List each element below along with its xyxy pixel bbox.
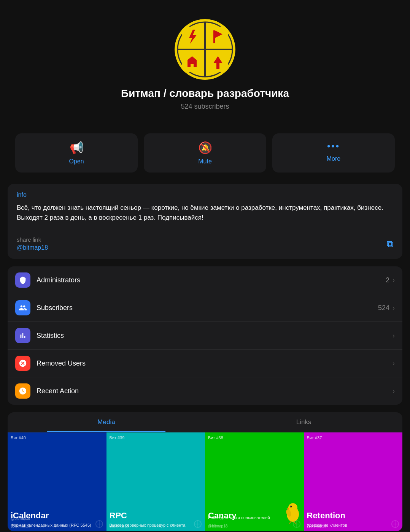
share-label: share link	[17, 236, 48, 243]
mute-button[interactable]: 🔕 Mute	[144, 133, 266, 173]
open-icon: 📢	[70, 141, 84, 154]
tile1-watermark	[95, 520, 103, 528]
more-button[interactable]: ••• More	[272, 133, 395, 173]
tile4-badge: Бит #37	[307, 435, 322, 440]
tile2-watermark	[194, 520, 202, 528]
list-card: Administrators 2 › Subscribers 524 › Sta…	[8, 266, 402, 405]
share-link[interactable]: @bitmap18	[17, 244, 48, 251]
share-info: share link @bitmap18	[17, 236, 48, 251]
tile3-badge: Бит #38	[208, 435, 223, 440]
recent-icon	[15, 383, 30, 399]
admin-icon	[15, 272, 30, 288]
media-grid: Бит #40 iCalendar Формат календарных дан…	[8, 432, 402, 531]
admin-count: 2	[386, 276, 389, 284]
subscribers-label: Subscribers	[37, 304, 378, 312]
media-section: Media Links Бит #40 iCalendar Формат кал…	[8, 412, 402, 531]
tab-links[interactable]: Links	[205, 412, 402, 432]
action-buttons: 📢 Open 🔕 Mute ••• More	[0, 133, 410, 173]
svg-rect-7	[213, 30, 215, 43]
list-item-removed-users[interactable]: Removed Users ›	[8, 350, 402, 377]
list-item-statistics[interactable]: Statistics ›	[8, 322, 402, 350]
list-item-subscribers[interactable]: Subscribers 524 ›	[8, 294, 402, 322]
open-label: Open	[69, 158, 84, 165]
media-tile-icalendar[interactable]: Бит #40 iCalendar Формат календарных дан…	[8, 432, 106, 531]
subscribers-count-val: 524	[378, 304, 389, 312]
admin-label: Administrators	[37, 276, 386, 284]
tile4-handle: @bitmap18	[307, 524, 326, 528]
stats-label: Statistics	[37, 332, 389, 340]
removed-chevron: ›	[393, 359, 395, 367]
tile2-handle: @bitmap18	[110, 524, 129, 528]
more-label: More	[327, 155, 340, 162]
copy-icon[interactable]: ⧉	[387, 239, 393, 249]
avatar	[175, 19, 235, 80]
removed-icon	[15, 356, 30, 371]
tile3-handle: @bitmap18	[208, 524, 227, 528]
list-item-administrators[interactable]: Administrators 2 ›	[8, 266, 402, 294]
share-row: share link @bitmap18 ⧉	[17, 230, 393, 251]
tile4-title: Retention	[307, 511, 400, 520]
tile1-footer-handle: @bitmap18	[11, 524, 30, 528]
mute-label: Mute	[198, 158, 212, 165]
tab-media[interactable]: Media	[8, 412, 205, 432]
tile4-watermark	[391, 520, 399, 528]
profile-header: Битмап / словарь разработчика 524 subscr…	[0, 0, 410, 133]
media-tile-canary[interactable]: Бит #38 Canary Релиз для части пользоват…	[205, 432, 304, 531]
open-button[interactable]: 📢 Open	[15, 133, 138, 173]
tile2-title: RPC	[110, 511, 202, 520]
subscribers-icon	[15, 300, 30, 315]
info-label: info	[17, 192, 393, 198]
subscribers-chevron: ›	[393, 304, 395, 312]
info-text: Всё, что должен знать настоящий сеньор —…	[17, 203, 393, 222]
stats-icon	[15, 328, 30, 343]
info-card: info Всё, что должен знать настоящий сен…	[8, 184, 402, 259]
admin-chevron: ›	[393, 276, 395, 284]
stats-chevron: ›	[393, 332, 395, 340]
svg-rect-11	[191, 64, 194, 68]
removed-label: Removed Users	[37, 359, 389, 367]
subscribers-count: 524 subscribers	[181, 103, 229, 111]
more-icon: •••	[327, 141, 340, 152]
svg-line-25	[289, 521, 291, 524]
tile3-watermark	[292, 520, 301, 528]
tile2-badge: Бит #39	[110, 435, 125, 440]
media-tabs: Media Links	[8, 412, 402, 432]
media-tile-retention[interactable]: Бит #37 Retention Удержание клиентов @bi…	[304, 432, 403, 531]
channel-name: Битмап / словарь разработчика	[121, 87, 289, 100]
list-item-recent-action[interactable]: Recent Action ›	[8, 377, 402, 405]
svg-point-23	[291, 506, 291, 507]
tile1-handle: @bitmap18	[11, 516, 30, 521]
recent-chevron: ›	[393, 387, 395, 395]
mute-icon: 🔕	[198, 141, 212, 154]
recent-label: Recent Action	[37, 387, 389, 395]
media-tile-rpc[interactable]: Бит #39 RPC Вызова серверных процедур с …	[106, 432, 205, 531]
tile1-badge: Бит #40	[11, 435, 26, 440]
